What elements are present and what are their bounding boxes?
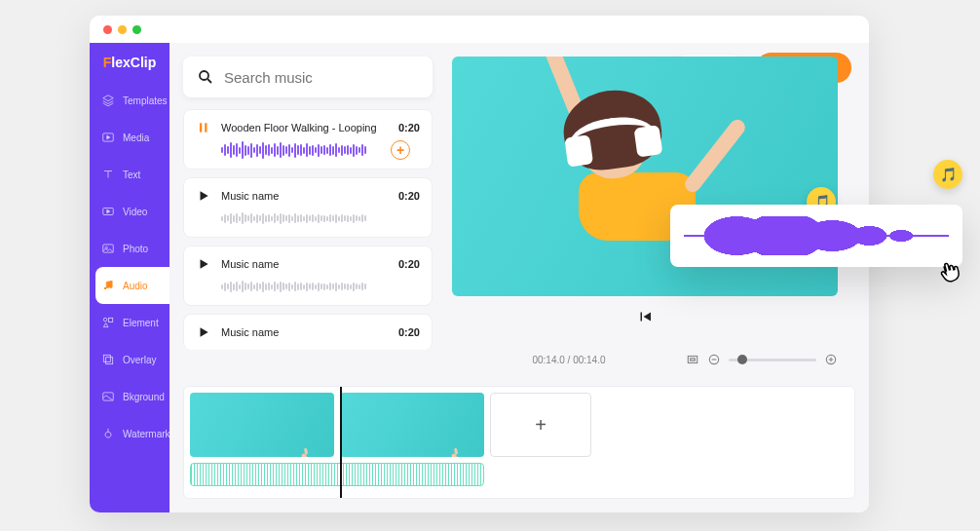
zoom-out-icon[interactable] (707, 353, 721, 366)
sidebar-item-overlay[interactable]: Overlay (90, 341, 170, 378)
skip-previous-icon[interactable] (636, 308, 654, 325)
zoom-controls (686, 353, 838, 366)
sidebar-item-watermark[interactable]: Watermark (90, 415, 170, 452)
sidebar-item-label: Video (123, 207, 147, 217)
close-window-icon[interactable] (103, 25, 112, 34)
sidebar-item-media[interactable]: Media (90, 119, 170, 156)
search-bar[interactable] (183, 57, 433, 97)
sidebar-item-element[interactable]: Element (90, 304, 170, 341)
sidebar-item-label: Photo (123, 244, 148, 254)
waveform-icon (221, 278, 420, 295)
sidebar-item-label: Audio (123, 281, 148, 291)
waveform-icon (221, 209, 420, 227)
audio-icon (101, 279, 115, 292)
brand-logo-rest: lexClip (111, 55, 156, 70)
music-duration: 0:20 (398, 190, 420, 202)
svg-rect-12 (200, 123, 202, 132)
svg-rect-8 (103, 355, 110, 361)
svg-point-4 (104, 287, 106, 289)
timeline-clips: + (184, 387, 854, 463)
music-item[interactable]: Wooden Floor Walking - Looping 0:20 + (183, 109, 433, 170)
sidebar-item-text[interactable]: Text (90, 156, 170, 193)
svg-point-11 (200, 71, 208, 80)
sidebar-item-label: Text (123, 170, 140, 180)
timeline-clip[interactable] (190, 393, 334, 457)
music-duration: 0:20 (398, 326, 420, 338)
add-music-button[interactable]: + (391, 140, 410, 160)
play-icon[interactable] (196, 324, 211, 340)
timeline-clip[interactable] (340, 393, 484, 457)
timeline-info-row: 00:14.0 / 00:14.0 (452, 353, 838, 366)
add-clip-label: + (535, 414, 547, 436)
music-name: Music name (221, 190, 389, 202)
add-clip-button[interactable]: + (490, 393, 591, 457)
pause-icon[interactable] (196, 120, 211, 135)
sidebar-nav: Templates Media Text Video Photo Audio (90, 82, 170, 452)
timeline-playhead[interactable] (340, 386, 342, 499)
timeline[interactable]: + (183, 386, 855, 499)
overlay-icon (101, 353, 115, 366)
photo-icon (101, 242, 115, 255)
svg-rect-13 (205, 123, 207, 132)
sidebar: FlexClip Templates Media Text Video Phot… (90, 43, 170, 512)
background-icon (101, 390, 115, 403)
layers-icon (101, 94, 115, 107)
brand-logo: FlexClip (90, 43, 170, 82)
video-icon (101, 205, 115, 218)
media-icon (101, 131, 115, 144)
audio-waveform-popover[interactable] (670, 205, 962, 267)
sidebar-item-background[interactable]: Bkground (90, 378, 170, 415)
window-traffic-lights (103, 25, 141, 34)
search-icon (197, 68, 214, 86)
sidebar-item-label: Element (123, 318, 159, 328)
zoom-slider[interactable] (729, 359, 816, 361)
svg-rect-14 (688, 357, 697, 363)
music-note-icon: 🎵 (933, 160, 962, 189)
svg-point-5 (110, 286, 112, 288)
sidebar-item-label: Watermark (123, 429, 170, 439)
text-icon (101, 168, 115, 181)
sidebar-item-templates[interactable]: Templates (90, 82, 170, 119)
fit-icon[interactable] (686, 353, 699, 366)
search-input[interactable] (224, 69, 419, 86)
maximize-window-icon[interactable] (132, 25, 141, 34)
music-name: Music name (221, 258, 389, 270)
playback-controls (452, 308, 838, 325)
audio-waveform-icon (684, 216, 949, 255)
music-duration: 0:20 (398, 122, 420, 133)
music-item[interactable]: Music name 0:20 (183, 177, 433, 238)
waveform-icon (221, 141, 366, 159)
minimize-window-icon[interactable] (118, 25, 127, 34)
svg-point-6 (103, 318, 107, 322)
sidebar-item-label: Media (123, 133, 149, 143)
music-duration: 0:20 (398, 258, 420, 270)
watermark-icon (101, 427, 115, 440)
sidebar-item-label: Overlay (123, 355, 156, 365)
sidebar-item-photo[interactable]: Photo (90, 230, 170, 267)
timeline-audio-track[interactable] (190, 463, 484, 486)
play-icon[interactable] (196, 256, 211, 272)
svg-rect-7 (109, 318, 113, 322)
sidebar-item-label: Bkground (123, 392, 165, 402)
music-name: Music name (221, 326, 389, 338)
music-name: Wooden Floor Walking - Looping (221, 122, 389, 133)
sidebar-item-audio[interactable]: Audio (95, 267, 170, 304)
music-item[interactable]: Music name 0:20 (183, 314, 433, 350)
sidebar-item-label: Templates (123, 95, 168, 106)
content-area: Save Export Wooden Floor Walking - Loopi… (170, 43, 869, 512)
play-icon[interactable] (196, 188, 211, 204)
music-list: Wooden Floor Walking - Looping 0:20 + Mu… (183, 109, 433, 350)
zoom-in-icon[interactable] (824, 353, 838, 366)
element-icon (101, 316, 115, 329)
music-item[interactable]: Music name 0:20 (183, 246, 433, 306)
svg-rect-9 (106, 358, 113, 364)
sidebar-item-video[interactable]: Video (90, 193, 170, 230)
brand-logo-f: F (103, 55, 112, 70)
time-display: 00:14.0 / 00:14.0 (452, 355, 686, 365)
